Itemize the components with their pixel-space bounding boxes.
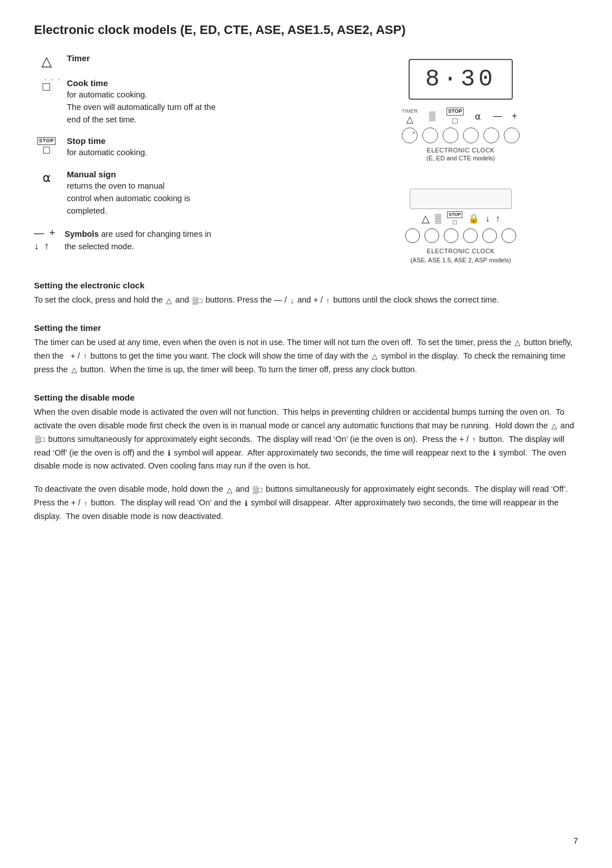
- section-disable-mode-body2: To deactivate the oven disable mode, hol…: [34, 483, 578, 524]
- timer-row: △ Timer: [34, 53, 321, 68]
- clock1-btn-6: [504, 127, 520, 143]
- stop-time-icon-cell: STOP □: [34, 136, 59, 156]
- clock1-container: 8·30 TIMER △ ▒ STOP □: [401, 59, 521, 161]
- inline-lock-icon: ℹ: [168, 447, 171, 459]
- stop-time-label: Stop time: [67, 136, 105, 146]
- clock2-btn-2: [424, 228, 439, 243]
- manual-sign-label: Manual sign: [67, 169, 116, 179]
- clock1-stop-icon: STOP □: [446, 108, 464, 125]
- timer-icon-cell: △: [34, 53, 59, 68]
- clock2-up-icon: ↑: [495, 214, 500, 224]
- section-timer-body: The timer can be used at any time, even …: [34, 336, 578, 377]
- inline-timer-icon6: △: [227, 484, 232, 496]
- inline-up-icon4: ↑: [84, 497, 88, 509]
- clock2-label2: (ASE, ASE 1.5, ASE 2, ASP models): [410, 257, 511, 263]
- inline-down-icon: ↓: [290, 295, 294, 307]
- inline-timer-icon5: △: [551, 420, 557, 432]
- clock2-label1: ELECTRONIC CLOCK: [427, 248, 495, 254]
- clock1-btn-2: [422, 127, 438, 143]
- clock2-down-icon: ↓: [485, 214, 490, 224]
- clock1-btn-1: ●: [402, 127, 418, 143]
- section-disable-mode: Setting the disable mode When the oven d…: [34, 393, 578, 524]
- clock2-btn-4: [463, 228, 478, 243]
- section-timer-title: Setting the timer: [34, 323, 578, 333]
- symbols-label: Symbols: [65, 229, 99, 239]
- clock2-timer-icon: △: [422, 212, 430, 225]
- cook-time-text: Cook time for automatic cooking.The oven…: [67, 78, 215, 126]
- clock2-lock-icon: 🔒: [468, 213, 479, 224]
- clock2-container: △ ▒ STOP □ 🔒 ↓ ↑ ELECTRONIC CLOCK (: [405, 178, 516, 263]
- manual-sign-text: Manual sign returns the oven to manualco…: [67, 169, 190, 217]
- inline-timer-icon4: △: [71, 364, 77, 376]
- manual-sign-icon-cell: ⍺: [34, 169, 59, 185]
- cook-time-icon: □ ，，，: [42, 79, 50, 94]
- inline-timer-icon: △: [166, 295, 172, 307]
- inline-timer-icon3: △: [372, 350, 377, 362]
- symbols-text: Symbols are used for changing times inth…: [65, 227, 211, 253]
- clock1-controls: TIMER △ ▒ STOP □ ⍺: [401, 108, 521, 161]
- clock2-stop-icon: STOP □: [447, 211, 463, 226]
- inline-up-icon2: ↑: [83, 350, 87, 362]
- clock2-circles: [405, 228, 516, 243]
- page-number-container: 7: [573, 836, 578, 845]
- instructions-sections: Setting the electronic clock To set the …: [34, 280, 578, 524]
- symbols-desc: Symbols are used for changing times inth…: [65, 228, 211, 253]
- minus-plus-symbols: — +: [34, 227, 57, 239]
- cook-time-icon-cell: □ ，，，: [34, 78, 59, 94]
- stop-time-row: STOP □ Stop time for automatic cooking.: [34, 136, 321, 159]
- cook-time-row: □ ，，， Cook time for automatic cooking.Th…: [34, 78, 321, 126]
- stop-time-icon: STOP □: [37, 137, 56, 156]
- clock1-cooktime-icon: ▒: [423, 111, 441, 121]
- symbols-row: — + ↓ ↑ Symbols are used for changing ti…: [34, 227, 321, 253]
- clock2-display: [410, 189, 512, 209]
- clock-time: 8·30: [426, 66, 496, 93]
- clock2-btn-6: [502, 228, 516, 243]
- cook-time-desc: for automatic cooking.The oven will auto…: [67, 89, 215, 126]
- manual-sign-row: ⍺ Manual sign returns the oven to manual…: [34, 169, 321, 217]
- stop-time-desc: for automatic cooking.: [67, 147, 147, 159]
- clock-display: 8·30: [409, 59, 513, 100]
- manual-sign-icon: ⍺: [42, 171, 51, 185]
- section-electronic-clock-title: Setting the electronic clock: [34, 280, 578, 290]
- stop-time-text: Stop time for automatic cooking.: [67, 136, 147, 159]
- clock1-plus-icon: +: [508, 111, 521, 121]
- page-number: 7: [573, 836, 578, 845]
- section-timer: Setting the timer The timer can be used …: [34, 323, 578, 377]
- inline-cooktime-icon3: ▒□: [253, 484, 262, 496]
- inline-cooktime-icon2: ▒□: [35, 433, 45, 445]
- section-disable-mode-title: Setting the disable mode: [34, 393, 578, 402]
- section-electronic-clock: Setting the electronic clock To set the …: [34, 280, 578, 307]
- clock2-icons: △ ▒ STOP □ 🔒 ↓ ↑: [422, 211, 500, 226]
- clock2-btn-5: [482, 228, 497, 243]
- clock1-btn-3: [443, 127, 458, 143]
- inline-up-icon: ↑: [326, 295, 330, 307]
- clock1-label2: (E, ED and CTE models): [426, 155, 495, 161]
- clock2-btn-1: [405, 228, 420, 243]
- clock2-cooktime-icon: ▒: [435, 214, 441, 224]
- clock1-minus-icon: —: [491, 111, 504, 121]
- timer-icon: △: [41, 54, 52, 68]
- clock1-label1: ELECTRONIC CLOCK: [427, 147, 495, 154]
- page-title: Electronic clock models (E, ED, CTE, ASE…: [34, 23, 578, 37]
- inline-timer-icon2: △: [515, 337, 520, 348]
- timer-label: Timer: [67, 53, 90, 63]
- manual-sign-desc: returns the oven to manualcontrol when a…: [67, 180, 190, 217]
- timer-text: Timer: [67, 53, 90, 63]
- clock1-icons-top: TIMER △ ▒ STOP □ ⍺: [401, 108, 521, 125]
- inline-up-icon3: ↑: [472, 433, 476, 445]
- cook-time-label: Cook time: [67, 78, 108, 88]
- clock1-manual-icon: ⍺: [469, 111, 487, 122]
- inline-lock-icon2: ℹ: [493, 447, 496, 459]
- clock1-timer-icon: TIMER △: [401, 108, 419, 125]
- clock-diagrams: 8·30 TIMER △ ▒ STOP □: [343, 53, 578, 263]
- clock1-btn-5: [483, 127, 499, 143]
- symbols-icons: — + ↓ ↑: [34, 227, 59, 252]
- section-electronic-clock-body: To set the clock, press and hold the △ a…: [34, 293, 578, 307]
- clock1-btn-4: [463, 127, 479, 143]
- section-disable-mode-body1: When the oven disable mode is activated …: [34, 406, 578, 474]
- clock2-btn-3: [444, 228, 458, 243]
- down-up-arrows: ↓ ↑: [34, 240, 50, 252]
- clock1-circles: ●: [402, 127, 520, 143]
- icon-definitions: △ Timer □ ，，， Cook time for automatic co…: [34, 53, 321, 263]
- inline-cooktime-icon: ▒□: [193, 295, 202, 307]
